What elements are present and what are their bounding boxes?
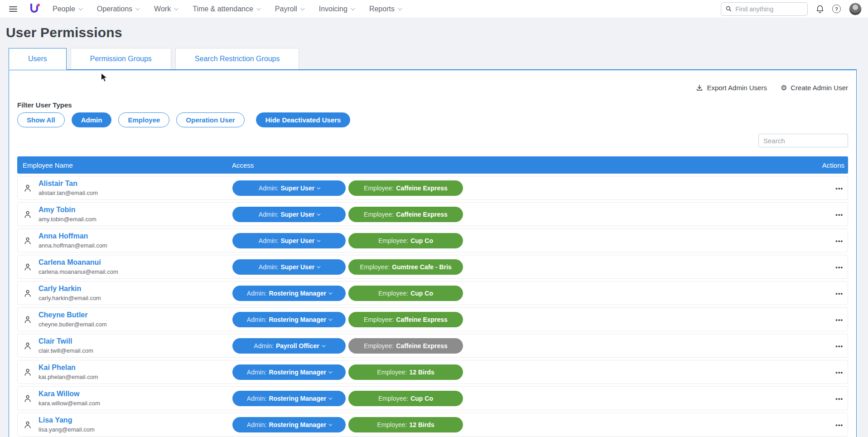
row-actions-button[interactable]: ••• bbox=[835, 185, 843, 192]
help-button[interactable]: ? bbox=[832, 5, 841, 13]
page-title: User Permissions bbox=[6, 25, 868, 40]
row-actions-button[interactable]: ••• bbox=[835, 395, 843, 402]
global-search[interactable] bbox=[721, 2, 808, 16]
table-row: Anna Hoffman anna.hoffman@email.com Admi… bbox=[17, 228, 848, 252]
filter-pill[interactable]: Admin bbox=[72, 112, 112, 127]
employee-name-link[interactable]: Clair Twill bbox=[39, 337, 232, 346]
global-search-input[interactable] bbox=[735, 5, 803, 13]
employee-email: clair.twill@email.com bbox=[39, 347, 232, 354]
nav-menu-item[interactable]: People bbox=[53, 5, 82, 13]
notifications-button[interactable] bbox=[816, 5, 824, 13]
table-row: Lisa Yang lisa.yang@email.com Admin: Ros… bbox=[17, 413, 848, 437]
nav-menu-item[interactable]: Operations bbox=[97, 5, 139, 13]
admin-prefix: Admin: bbox=[247, 369, 267, 376]
admin-access-badge[interactable]: Admin: Payroll Officer bbox=[232, 338, 346, 354]
chevron-down-icon bbox=[317, 238, 320, 242]
chevron-down-icon bbox=[328, 317, 332, 320]
employee-badge[interactable]: Employee: Gumtree Cafe - Bris bbox=[348, 259, 463, 275]
employee-badge[interactable]: Employee: Caffeine Express bbox=[348, 207, 463, 222]
chevron-down-icon bbox=[351, 6, 355, 10]
employee-name-link[interactable]: Kara Willow bbox=[39, 389, 232, 398]
employee-badge[interactable]: Employee: 12 Birds bbox=[348, 417, 463, 432]
employee-name-link[interactable]: Carlena Moananui bbox=[39, 258, 232, 267]
employee-prefix: Employee: bbox=[378, 395, 408, 402]
employee-badge[interactable]: Employee: Cup Co bbox=[348, 391, 463, 406]
row-actions-button[interactable]: ••• bbox=[835, 264, 843, 271]
filter-pill[interactable]: Employee bbox=[118, 112, 169, 127]
admin-access-badge[interactable]: Admin: Super User bbox=[232, 180, 346, 196]
table-header: Employee Name Access Actions bbox=[17, 156, 848, 174]
employee-prefix: Employee: bbox=[364, 316, 394, 323]
admin-access-badge[interactable]: Admin: Super User bbox=[232, 207, 346, 222]
admin-prefix: Admin: bbox=[247, 421, 267, 428]
filter-pill[interactable]: Operation User bbox=[176, 112, 244, 127]
admin-access-badge[interactable]: Admin: Rostering Manager bbox=[232, 417, 346, 432]
admin-access-badge[interactable]: Admin: Rostering Manager bbox=[232, 364, 346, 380]
admin-access-badge[interactable]: Admin: Rostering Manager bbox=[232, 312, 346, 327]
employee-email: kara.willow@email.com bbox=[39, 400, 232, 407]
employee-badge[interactable]: Employee: 12 Birds bbox=[348, 364, 463, 380]
nav-menu-item[interactable]: Time & attendance bbox=[193, 5, 260, 13]
employee-name-link[interactable]: Lisa Yang bbox=[39, 416, 232, 425]
row-actions-button[interactable]: ••• bbox=[835, 422, 843, 428]
employee-email: carly.harkin@email.com bbox=[39, 295, 232, 302]
row-actions-button[interactable]: ••• bbox=[835, 238, 843, 244]
row-actions-button[interactable]: ••• bbox=[835, 211, 843, 218]
ellipsis-icon: ••• bbox=[835, 395, 843, 402]
ellipsis-icon: ••• bbox=[835, 343, 843, 350]
menu-icon[interactable] bbox=[9, 6, 17, 12]
employee-name-link[interactable]: Cheyne Butler bbox=[39, 311, 232, 320]
employee-badge[interactable]: Employee: Caffeine Express bbox=[348, 312, 463, 327]
admin-access-badge[interactable]: Admin: Super User bbox=[232, 233, 346, 248]
nav-menu-item[interactable]: Work bbox=[154, 5, 177, 13]
employee-name-link[interactable]: Carly Harkin bbox=[39, 284, 232, 293]
filter-pill[interactable]: Hide Deactivated Users bbox=[256, 112, 351, 127]
ellipsis-icon: ••• bbox=[835, 211, 843, 218]
chevron-down-icon bbox=[398, 6, 402, 10]
employee-prefix: Employee: bbox=[364, 211, 394, 218]
users-table: Employee Name Access Actions Alistair Ta… bbox=[17, 156, 848, 437]
row-actions-button[interactable]: ••• bbox=[835, 316, 843, 323]
admin-prefix: Admin: bbox=[247, 316, 267, 323]
create-admin-user-button[interactable]: ⚙ Create Admin User bbox=[781, 84, 848, 92]
ellipsis-icon: ••• bbox=[835, 290, 843, 297]
table-row: Amy Tobin amy.tobin@email.com Admin: Sup… bbox=[17, 202, 848, 226]
tab-users[interactable]: Users bbox=[9, 48, 67, 70]
admin-access-badge[interactable]: Admin: Super User bbox=[232, 259, 346, 275]
tab-permission-groups[interactable]: Permission Groups bbox=[71, 48, 171, 69]
employee-prefix: Employee: bbox=[360, 263, 390, 271]
employee-name-link[interactable]: Kai Phelan bbox=[39, 363, 232, 372]
employee-name-link[interactable]: Anna Hoffman bbox=[39, 232, 232, 241]
chevron-down-icon bbox=[317, 185, 320, 189]
employee-email: alistair.tan@email.com bbox=[39, 189, 232, 197]
admin-access-badge[interactable]: Admin: Rostering Manager bbox=[232, 286, 346, 301]
user-avatar[interactable] bbox=[849, 3, 862, 15]
filter-user-types-label: Filter User Types bbox=[17, 101, 848, 109]
tab-search-restriction-groups[interactable]: Search Restriction Groups bbox=[175, 48, 299, 69]
nav-menu-item[interactable]: Reports bbox=[369, 5, 401, 13]
table-row: Cheyne Butler cheyne.butler@email.com Ad… bbox=[17, 307, 848, 331]
employee-badge[interactable]: Employee: Caffeine Express bbox=[348, 180, 463, 196]
admin-prefix: Admin: bbox=[247, 395, 267, 402]
employee-name-link[interactable]: Alistair Tan bbox=[39, 179, 232, 188]
panel-toolbar: Export Admin Users ⚙ Create Admin User bbox=[17, 84, 848, 92]
row-actions-button[interactable]: ••• bbox=[835, 343, 843, 350]
nav-menu-item[interactable]: Invoicing bbox=[319, 5, 354, 13]
gear-icon: ⚙ bbox=[781, 84, 787, 92]
chevron-down-icon bbox=[135, 6, 140, 10]
app-logo[interactable] bbox=[29, 3, 41, 15]
row-actions-button[interactable]: ••• bbox=[835, 290, 843, 297]
employee-badge[interactable]: Employee: Cup Co bbox=[348, 233, 463, 248]
employee-badge[interactable]: Employee: Cup Co bbox=[348, 286, 463, 301]
user-icon bbox=[23, 420, 32, 429]
admin-access-badge[interactable]: Admin: Rostering Manager bbox=[232, 391, 346, 406]
row-actions-button[interactable]: ••• bbox=[835, 369, 843, 376]
chevron-down-icon bbox=[328, 422, 332, 426]
employee-name-link[interactable]: Amy Tobin bbox=[39, 205, 232, 214]
employee-badge[interactable]: Employee: Caffeine Express bbox=[348, 338, 463, 354]
nav-menu-item[interactable]: Payroll bbox=[275, 5, 304, 13]
table-search-input[interactable] bbox=[758, 134, 848, 147]
export-admin-users-button[interactable]: Export Admin Users bbox=[696, 84, 767, 92]
filter-pill[interactable]: Show All bbox=[17, 112, 65, 127]
ellipsis-icon: ••• bbox=[835, 369, 843, 376]
